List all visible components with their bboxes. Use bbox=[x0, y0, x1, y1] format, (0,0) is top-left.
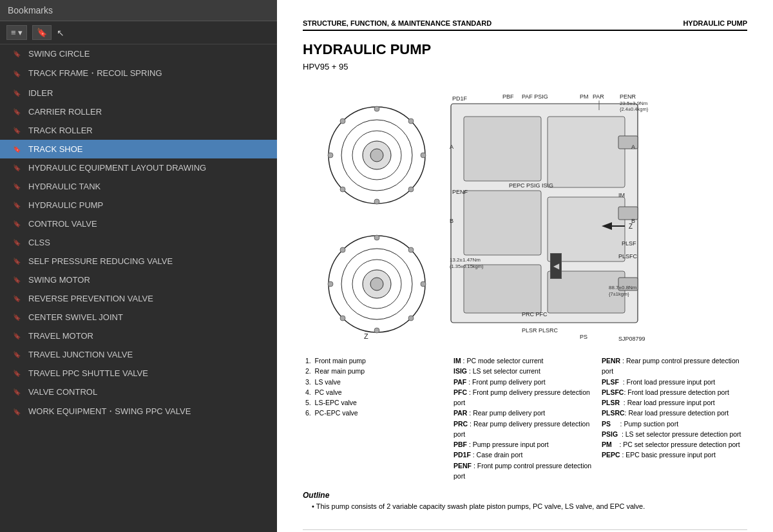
sidebar-item-travel-motor[interactable]: 🔖TRAVEL MOTOR bbox=[0, 327, 277, 345]
svg-text:88.7±0.8Nm: 88.7±0.8Nm bbox=[609, 285, 637, 290]
list-view-button[interactable]: ≡ ▾ bbox=[6, 25, 27, 40]
svg-point-7 bbox=[374, 199, 379, 204]
sidebar-item-label-hydraulic-tank: HYDRAULIC TANK bbox=[28, 182, 100, 191]
sidebar-item-label-reverse-prevention-valve: REVERSE PREVENTION VALVE bbox=[28, 294, 153, 303]
bookmark-icon-swing-motor: 🔖 bbox=[13, 276, 22, 283]
svg-text:B: B bbox=[450, 218, 453, 224]
sidebar-item-swing-circle[interactable]: 🔖SWING CIRCLE bbox=[0, 44, 277, 63]
svg-point-25 bbox=[340, 316, 345, 321]
sidebar-item-hydraulic-equipment-layout[interactable]: 🔖HYDRAULIC EQUIPMENT LAYOUT DRAWING bbox=[0, 158, 277, 177]
legend-abbr-col1: IM : PC mode selector current ISIG : LS … bbox=[453, 356, 596, 481]
svg-point-19 bbox=[374, 235, 379, 240]
cursor-icon: ↖ bbox=[57, 28, 64, 38]
bookmark-icon-track-frame: 🔖 bbox=[13, 70, 22, 77]
sidebar-item-swing-motor[interactable]: 🔖SWING MOTOR bbox=[0, 271, 277, 289]
bookmark-icon-hydraulic-pump: 🔖 bbox=[13, 202, 22, 209]
sidebar-item-label-work-equipment-swing: WORK EQUIPMENT・SWING PPC VALVE bbox=[28, 406, 191, 417]
svg-text:PAF  PSIG: PAF PSIG bbox=[522, 93, 548, 100]
sidebar-item-hydraulic-pump[interactable]: 🔖HYDRAULIC PUMP bbox=[0, 196, 277, 214]
sidebar: Bookmarks ≡ ▾ 🔖 ↖ 🔖SWING CIRCLE🔖TRACK FR… bbox=[0, 0, 277, 532]
svg-point-21 bbox=[328, 281, 333, 287]
svg-text:A: A bbox=[631, 144, 635, 150]
bookmark-icon-hydraulic-tank: 🔖 bbox=[13, 183, 22, 190]
svg-point-13 bbox=[408, 187, 414, 192]
outline-title: Outline bbox=[303, 491, 747, 500]
svg-text:Z: Z bbox=[364, 332, 368, 340]
sidebar-item-valve-control[interactable]: 🔖VALVE CONTROL bbox=[0, 383, 277, 401]
doc-header-left: STRUCTURE, FUNCTION, & MAINTENANCE STAND… bbox=[303, 19, 491, 27]
sidebar-item-label-clss: CLSS bbox=[28, 238, 50, 247]
doc-header-right: HYDRAULIC PUMP bbox=[683, 19, 747, 27]
sidebar-item-control-valve[interactable]: 🔖CONTROL VALVE bbox=[0, 214, 277, 233]
svg-text:PLSF: PLSF bbox=[622, 240, 636, 247]
bookmark-icon-valve-control: 🔖 bbox=[13, 388, 22, 395]
collapse-sidebar-button[interactable]: ◀ bbox=[550, 253, 562, 279]
svg-text:{7±1kgm}: {7±1kgm} bbox=[609, 291, 629, 297]
bookmark-icon-center-swivel-joint: 🔖 bbox=[13, 314, 22, 321]
svg-rect-30 bbox=[464, 191, 541, 255]
svg-rect-31 bbox=[464, 265, 541, 313]
svg-text:PRC  PFC: PRC PFC bbox=[522, 311, 548, 318]
sidebar-item-label-track-shoe: TRACK SHOE bbox=[28, 144, 83, 154]
svg-rect-29 bbox=[464, 117, 541, 181]
svg-point-5 bbox=[370, 149, 383, 162]
sidebar-item-label-hydraulic-pump: HYDRAULIC PUMP bbox=[28, 200, 103, 210]
main-content: STRUCTURE, FUNCTION, & MAINTENANCE STAND… bbox=[277, 0, 773, 532]
bookmark-add-button[interactable]: 🔖 bbox=[32, 25, 52, 40]
svg-point-6 bbox=[374, 106, 379, 111]
doc-header: STRUCTURE, FUNCTION, & MAINTENANCE STAND… bbox=[303, 19, 747, 31]
svg-text:A: A bbox=[450, 144, 453, 150]
bookmark-icon-hydraulic-equipment-layout: 🔖 bbox=[13, 164, 22, 171]
svg-text:13.2±1.47Nm: 13.2±1.47Nm bbox=[450, 257, 481, 263]
svg-text:(1.35±0.15kgm): (1.35±0.15kgm) bbox=[450, 263, 484, 269]
bookmark-icon-travel-ppc-shuttle-valve: 🔖 bbox=[13, 370, 22, 377]
sidebar-item-self-pressure-reducing-valve[interactable]: 🔖SELF PRESSURE REDUCING VALVE bbox=[0, 252, 277, 271]
bookmark-icon-control-valve: 🔖 bbox=[13, 220, 22, 227]
doc-footer: PC270-7 10-25 bbox=[303, 529, 747, 532]
svg-text:PAR: PAR bbox=[593, 93, 604, 100]
sidebar-item-travel-junction-valve[interactable]: 🔖TRAVEL JUNCTION VALVE bbox=[0, 345, 277, 364]
svg-text:SJP08799: SJP08799 bbox=[618, 336, 645, 342]
svg-text:PS: PS bbox=[580, 334, 587, 340]
list-icon: ≡ bbox=[11, 28, 16, 37]
svg-point-24 bbox=[408, 247, 414, 252]
sidebar-title: Bookmarks bbox=[8, 5, 53, 15]
svg-text:PENF: PENF bbox=[452, 189, 468, 195]
svg-point-11 bbox=[408, 119, 414, 124]
sidebar-item-label-self-pressure-reducing-valve: SELF PRESSURE REDUCING VALVE bbox=[28, 256, 173, 266]
svg-rect-33 bbox=[548, 197, 625, 261]
svg-text:23.5±3.9Nm: 23.5±3.9Nm bbox=[620, 100, 648, 106]
svg-point-9 bbox=[421, 153, 426, 158]
sidebar-item-track-roller[interactable]: 🔖TRACK ROLLER bbox=[0, 121, 277, 140]
doc-title: HYDRAULIC PUMP bbox=[303, 41, 747, 58]
sidebar-item-label-travel-motor: TRAVEL MOTOR bbox=[28, 331, 93, 341]
svg-point-12 bbox=[340, 187, 345, 192]
sidebar-item-travel-ppc-shuttle-valve[interactable]: 🔖TRAVEL PPC SHUTTLE VALVE bbox=[0, 364, 277, 383]
bookmark-icon-work-equipment-swing: 🔖 bbox=[13, 408, 22, 415]
sidebar-item-label-idler: IDLER bbox=[28, 88, 53, 98]
svg-point-18 bbox=[370, 278, 383, 290]
sidebar-item-label-swing-circle: SWING CIRCLE bbox=[28, 49, 90, 59]
svg-rect-32 bbox=[548, 117, 625, 187]
sidebar-item-idler[interactable]: 🔖IDLER bbox=[0, 84, 277, 102]
sidebar-item-label-travel-ppc-shuttle-valve: TRAVEL PPC SHUTTLE VALVE bbox=[28, 368, 148, 378]
svg-point-8 bbox=[328, 153, 333, 158]
sidebar-item-reverse-prevention-valve[interactable]: 🔖REVERSE PREVENTION VALVE bbox=[0, 289, 277, 308]
bookmark-icon-swing-circle: 🔖 bbox=[13, 50, 22, 57]
sidebar-item-clss[interactable]: 🔖CLSS bbox=[0, 233, 277, 252]
bookmark-icon-idler: 🔖 bbox=[13, 90, 22, 97]
sidebar-item-center-swivel-joint[interactable]: 🔖CENTER SWIVEL JOINT bbox=[0, 308, 277, 327]
sidebar-item-carrier-roller[interactable]: 🔖CARRIER ROLLER bbox=[0, 102, 277, 121]
sidebar-item-label-control-valve: CONTROL VALVE bbox=[28, 219, 97, 229]
sidebar-item-track-frame[interactable]: 🔖TRACK FRAME・RECOIL SPRING bbox=[0, 63, 277, 84]
sidebar-item-work-equipment-swing[interactable]: 🔖WORK EQUIPMENT・SWING PPC VALVE bbox=[0, 401, 277, 422]
sidebar-item-label-track-roller: TRACK ROLLER bbox=[28, 126, 93, 135]
sidebar-item-label-carrier-roller: CARRIER ROLLER bbox=[28, 107, 102, 117]
sidebar-item-hydraulic-tank[interactable]: 🔖HYDRAULIC TANK bbox=[0, 177, 277, 196]
svg-point-26 bbox=[408, 316, 414, 321]
svg-text:PEPC PSIG  ISIG: PEPC PSIG ISIG bbox=[509, 182, 553, 189]
svg-text:IM: IM bbox=[618, 192, 625, 198]
svg-text:PBF: PBF bbox=[502, 93, 514, 100]
dropdown-arrow-icon: ▾ bbox=[18, 28, 23, 37]
sidebar-item-track-shoe[interactable]: 🔖TRACK SHOE bbox=[0, 140, 277, 158]
